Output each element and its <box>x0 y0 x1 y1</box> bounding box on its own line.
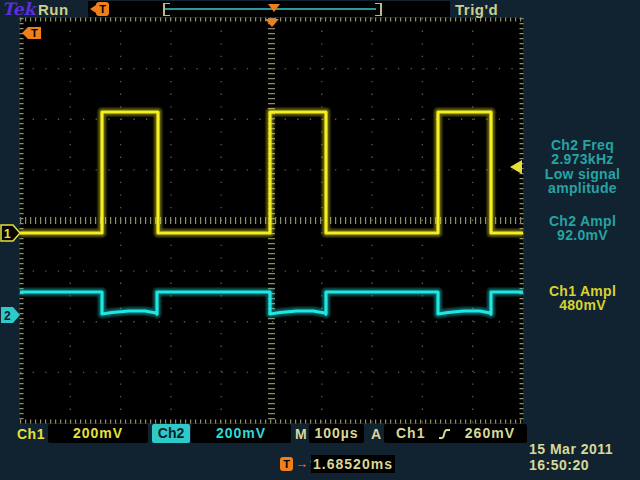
ch2-freq-value: 2.973kHz <box>525 152 640 166</box>
ch2-ampl-label: Ch2 Ampl <box>525 214 640 228</box>
trigger-source: Ch1 <box>396 424 425 443</box>
ch1-ampl-label: Ch1 Ampl <box>525 284 640 298</box>
ch1-readout-label: Ch1 <box>17 426 45 442</box>
ch1-marker-label: 1 <box>4 227 11 241</box>
trigger-t-icon: T <box>96 2 109 16</box>
ch1-scale-readout: 200mV <box>48 424 148 443</box>
timebase-readout: 100µs <box>309 424 364 443</box>
ch2-marker-label: 2 <box>4 309 11 323</box>
delay-time-readout: 1.68520ms <box>311 455 395 473</box>
record-view-bar: T <box>88 1 450 17</box>
tek-logo: Tek <box>2 0 35 19</box>
measurement-warning-line1: Low signal <box>525 167 640 181</box>
trigger-offscreen-icon: T <box>90 2 109 16</box>
trigger-mode-label: A <box>371 426 382 442</box>
time-readout: 16:50:20 <box>529 457 589 473</box>
date-readout: 15 Mar 2011 <box>529 441 613 457</box>
ch2-scale-readout: 200mV <box>191 424 291 443</box>
ch2-freq-label: Ch2 Freq <box>525 138 640 152</box>
trigger-level: 260mV <box>465 424 515 443</box>
trigger-readout: Ch1 260mV <box>384 424 527 443</box>
trigger-status: Trig'd <box>455 1 498 18</box>
ch1-ground-marker: 1 <box>1 225 20 241</box>
trigger-flag-label: T <box>31 27 38 39</box>
acquisition-status: Run <box>38 1 69 18</box>
ch1-ampl-value: 480mV <box>525 298 640 312</box>
ch2-ground-marker: 2 <box>1 307 20 323</box>
delay-t-icon: T <box>280 457 293 471</box>
rising-edge-icon <box>438 427 452 441</box>
timebase-label: M <box>295 426 307 442</box>
record-trigger-marker-icon <box>268 4 280 12</box>
record-window-bracket-right <box>375 3 382 16</box>
oscilloscope-screen: T 1 2 Tek Run T Trig'd Ch2 Freq 2.973kHz <box>0 0 640 480</box>
measurement-warning-line2: amplitude <box>525 181 640 195</box>
right-arrow-icon: → <box>295 457 308 471</box>
ch2-ampl-value: 92.0mV <box>525 228 640 242</box>
ch2-readout-label: Ch2 <box>152 424 190 443</box>
